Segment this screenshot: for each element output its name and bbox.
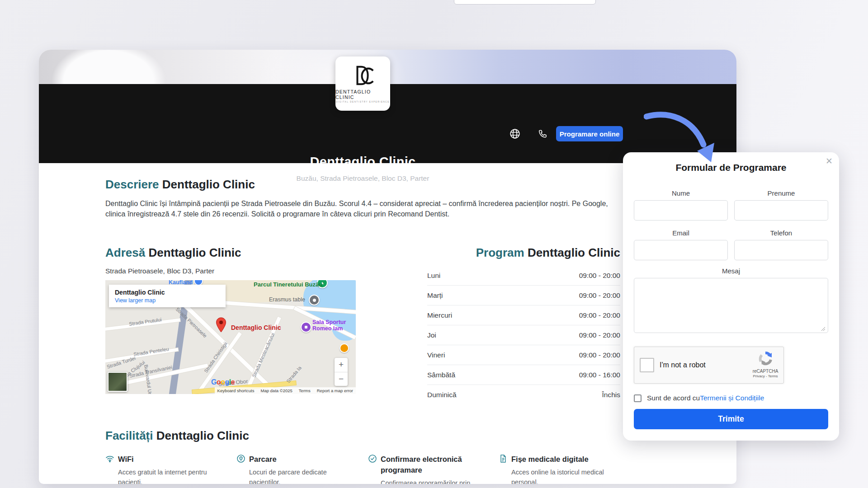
nume-input[interactable] bbox=[634, 200, 728, 221]
email-input[interactable] bbox=[634, 240, 728, 260]
address-line: Strada Pietroasele, Bloc D3, Parter bbox=[105, 267, 214, 275]
program-heading: Program Denttaglio Clinic bbox=[427, 246, 620, 260]
mesaj-textarea[interactable] bbox=[634, 278, 828, 333]
map-info-window: Denttaglio Clinic View larger map bbox=[109, 285, 226, 307]
google-logo: Google bbox=[211, 378, 235, 386]
facility-fise: Fișe medicale digitale Acces online la i… bbox=[499, 454, 618, 484]
appointment-form-modal: ✕ Formular de Programare Nume Prenume Em… bbox=[623, 152, 839, 441]
schedule-row: DuminicăÎnchis bbox=[427, 385, 620, 404]
poi-erasmus-icon bbox=[309, 295, 320, 305]
phone-icon[interactable] bbox=[537, 129, 549, 141]
mesaj-label: Mesaj bbox=[684, 267, 778, 275]
street-label: Strada Mesteacănului bbox=[251, 332, 275, 378]
map-data-label: Map data ©2025 bbox=[260, 388, 292, 393]
top-partial-panel bbox=[454, 0, 596, 5]
recaptcha-label: I'm not a robot bbox=[660, 361, 706, 369]
prenume-input[interactable] bbox=[734, 200, 828, 221]
keyboard-shortcuts-link[interactable]: Keyboard shortcuts bbox=[217, 388, 255, 393]
recaptcha-widget: I'm not a robot reCAPTCHA Privacy - Term… bbox=[634, 347, 784, 384]
telefon-label: Telefon bbox=[734, 229, 828, 237]
map-zoom-in-button[interactable]: + bbox=[335, 358, 348, 372]
poi-icon bbox=[340, 343, 349, 353]
schedule-row: Sâmbătă09:00 - 16:00 bbox=[427, 365, 620, 385]
map-attribution: Keyboard shortcuts Map data ©2025 Terms … bbox=[215, 387, 356, 394]
schedule-row: Luni09:00 - 20:00 bbox=[427, 266, 620, 286]
description-text: Denttaglio Clinic își întâmpină pacienți… bbox=[105, 198, 620, 219]
poi-label-sala: Sala Sportur bbox=[312, 319, 346, 325]
clinic-logo: DENTTAGLIO CLINIC DIGITAL DENTISTRY EXPE… bbox=[335, 56, 390, 111]
terms-row: Sunt de acord cu Termenii și Condițiile bbox=[634, 394, 764, 402]
poi-label-park: Parcul Tineretului Buzău bbox=[254, 281, 322, 288]
poi-label-sala: Romeo Iam bbox=[312, 325, 343, 332]
wifi-icon bbox=[105, 454, 114, 463]
recaptcha-brand: reCAPTCHA Privacy - Terms bbox=[752, 351, 779, 378]
map-zoom-out-button[interactable]: − bbox=[335, 372, 348, 386]
check-circle-icon bbox=[368, 454, 377, 463]
logo-tagline: DIGITAL DENTISTRY EXPERIENCE bbox=[336, 101, 390, 103]
view-larger-map-link[interactable]: View larger map bbox=[115, 297, 220, 304]
recaptcha-privacy-terms-links[interactable]: Privacy - Terms bbox=[752, 374, 779, 378]
logo-wordmark: DENTTAGLIO CLINIC bbox=[335, 89, 390, 100]
facility-parcare: Parcare Locuri de parcare dedicate pacie… bbox=[236, 454, 356, 484]
submit-button[interactable]: Trimite bbox=[634, 409, 828, 429]
dc-monogram-icon bbox=[349, 64, 377, 88]
map-zoom-control: + − bbox=[335, 358, 348, 386]
website-globe-icon[interactable] bbox=[509, 128, 521, 140]
page: Programare online Denttaglio Clinic Buză… bbox=[0, 0, 868, 488]
report-map-error-link[interactable]: Report a map error bbox=[317, 388, 353, 393]
form-title: Formular de Programare bbox=[623, 162, 839, 173]
prenume-label: Prenume bbox=[734, 189, 828, 197]
street-label: Strada Penteleu bbox=[133, 346, 170, 357]
email-label: Email bbox=[634, 229, 728, 237]
programare-online-button[interactable]: Programare online bbox=[556, 126, 623, 141]
poi-label-erasmus: Erasmus table bbox=[269, 296, 305, 303]
description-heading: Descriere Denttaglio Clinic bbox=[105, 178, 255, 192]
terms-and-conditions-link[interactable]: Termenii și Condițiile bbox=[700, 394, 764, 402]
schedule-row: Marți09:00 - 20:00 bbox=[427, 286, 620, 305]
poi-sala-icon bbox=[301, 322, 311, 333]
terms-link[interactable]: Terms bbox=[299, 388, 311, 393]
map-pin-label: Denttaglio Clinic bbox=[231, 324, 281, 331]
telefon-input[interactable] bbox=[734, 240, 828, 260]
schedule-table: Luni09:00 - 20:00 Marți09:00 - 20:00 Mie… bbox=[427, 266, 620, 404]
map-marker-pin-icon[interactable] bbox=[216, 317, 226, 333]
facility-confirmare: Confirmare electronică programare Confir… bbox=[368, 454, 474, 484]
google-map-embed[interactable]: Strada Prutului Strada Pietroasele Bulev… bbox=[105, 280, 356, 394]
recaptcha-checkbox[interactable] bbox=[640, 358, 654, 372]
page-content: Descriere Denttaglio Clinic Denttaglio C… bbox=[105, 163, 620, 484]
map-satellite-toggle[interactable] bbox=[108, 372, 127, 392]
schedule-row: Joi09:00 - 20:00 bbox=[427, 325, 620, 345]
recaptcha-logo-icon bbox=[758, 351, 773, 366]
document-icon bbox=[499, 454, 508, 463]
schedule-row: Miercuri09:00 - 20:00 bbox=[427, 305, 620, 325]
schedule-row: Vineri09:00 - 20:00 bbox=[427, 345, 620, 365]
nume-label: Nume bbox=[634, 189, 728, 197]
map-info-title: Denttaglio Clinic bbox=[115, 289, 220, 296]
facility-wifi: WiFi Acces gratuit la internet pentru pa… bbox=[105, 454, 225, 484]
terms-checkbox[interactable] bbox=[634, 394, 642, 402]
terms-text: Sunt de acord cu bbox=[647, 394, 700, 402]
address-heading: Adresă Denttaglio Clinic bbox=[105, 246, 241, 260]
facilities-heading: Facilități Denttaglio Clinic bbox=[105, 429, 249, 443]
parking-pin-icon bbox=[236, 454, 245, 463]
